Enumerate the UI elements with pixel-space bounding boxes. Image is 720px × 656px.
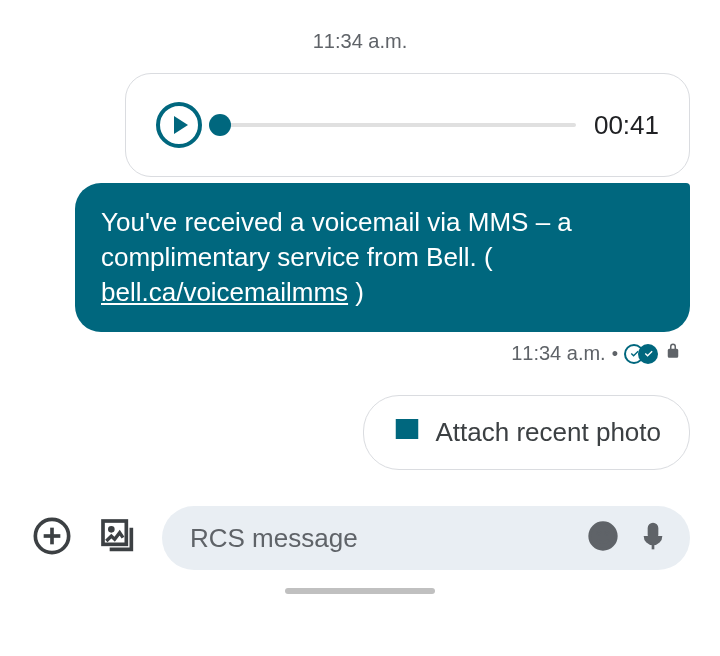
attach-recent-photo-chip[interactable]: Attach recent photo (363, 395, 690, 470)
gallery-icon (98, 516, 138, 560)
message-status-timestamp: 11:34 a.m. (511, 342, 606, 365)
separator-dot: • (612, 345, 618, 363)
navigation-handle[interactable] (285, 588, 435, 594)
audio-duration: 00:41 (594, 110, 659, 141)
play-icon (174, 116, 188, 134)
mic-button[interactable] (636, 521, 670, 555)
delivered-double-check-icon (624, 344, 658, 364)
add-button[interactable] (30, 516, 74, 560)
svg-point-5 (590, 523, 617, 550)
audio-message-bubble: 00:41 (125, 73, 690, 177)
audio-seek-slider[interactable] (220, 123, 576, 127)
image-icon (392, 414, 422, 451)
svg-point-7 (605, 532, 609, 536)
play-button[interactable] (156, 102, 202, 148)
emoji-icon (587, 520, 619, 556)
plus-icon (32, 516, 72, 560)
message-text-prefix: You've received a voicemail via MMS – a … (101, 207, 572, 272)
message-text-suffix: ) (348, 277, 364, 307)
mic-icon (637, 520, 669, 556)
compose-bar (30, 500, 690, 582)
conversation-timestamp: 11:34 a.m. (30, 20, 690, 53)
audio-seek-thumb[interactable] (209, 114, 231, 136)
svg-point-4 (109, 527, 114, 532)
emoji-button[interactable] (586, 521, 620, 555)
message-link[interactable]: bell.ca/voicemailmms (101, 277, 348, 307)
attach-chip-label: Attach recent photo (436, 417, 661, 448)
message-status-row: 11:34 a.m. • (511, 342, 690, 365)
sent-message-bubble: You've received a voicemail via MMS – a … (75, 183, 690, 332)
message-input[interactable] (190, 523, 570, 554)
gallery-button[interactable] (96, 516, 140, 560)
compose-input-container (162, 506, 690, 570)
lock-icon (664, 342, 682, 365)
svg-point-6 (597, 532, 601, 536)
